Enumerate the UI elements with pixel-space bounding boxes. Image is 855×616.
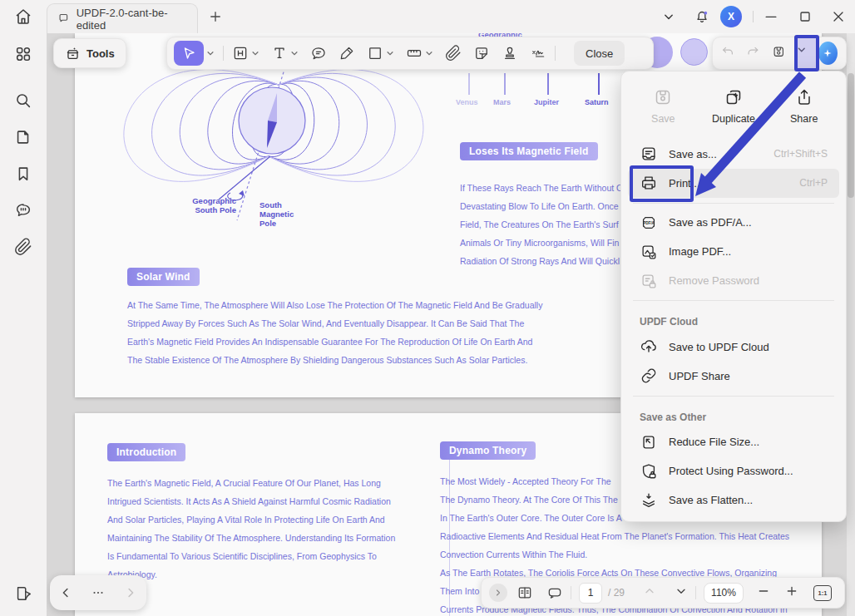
menu-item-save-as[interactable]: Save as... Ctrl+Shift+S: [621, 140, 846, 169]
menu-share-label: Share: [790, 113, 818, 125]
svg-text:PDF/A: PDF/A: [643, 221, 655, 225]
home-button[interactable]: [13, 7, 33, 27]
heading-tool-dropdown[interactable]: [251, 49, 259, 57]
collapse-bar-button[interactable]: [489, 584, 507, 602]
zoom-level-input[interactable]: 110%: [704, 583, 744, 604]
stamp-tool-button[interactable]: [502, 45, 518, 62]
zoom-out-button[interactable]: [757, 584, 770, 601]
text-icon: [271, 45, 288, 62]
select-tool-button[interactable]: [174, 41, 204, 66]
chevron-down-icon: [425, 49, 433, 57]
menu-item-save-as-flatten[interactable]: Save as Flatten...: [621, 485, 846, 515]
bookmarks-panel-button[interactable]: [14, 165, 32, 183]
section-badge-solar-wind: Solar Wind: [127, 268, 200, 286]
search-panel-button[interactable]: [14, 91, 32, 110]
thumbnails-panel-button[interactable]: [14, 45, 32, 63]
menu-item-protect-using-password[interactable]: Protect Using Password...: [621, 456, 846, 485]
close-toolbar-button[interactable]: Close: [574, 41, 625, 66]
zoom-in-button[interactable]: [785, 584, 798, 601]
title-bar: UPDF-2.0-cant-be-edited X: [0, 0, 855, 33]
section-badge-introduction: Introduction: [107, 443, 185, 461]
previous-page-button[interactable]: [58, 585, 73, 600]
signature-tool-button[interactable]: [530, 45, 546, 62]
pages-panel-button[interactable]: [14, 128, 32, 146]
chevron-right-icon: [493, 588, 503, 598]
next-page-chevron[interactable]: [675, 584, 688, 601]
next-page-button[interactable]: [123, 585, 138, 600]
redo-button[interactable]: [746, 45, 759, 62]
titlebar-chevron-button[interactable]: [660, 8, 677, 25]
page-layout-button[interactable]: [516, 584, 533, 601]
page-flip-icon: [14, 584, 32, 603]
maximize-button[interactable]: [797, 8, 813, 25]
pdfa-icon: PDF/A: [640, 214, 658, 232]
new-tab-button[interactable]: [208, 9, 223, 24]
chevron-down-icon: [206, 49, 215, 57]
color-swatch-secondary[interactable]: [680, 38, 708, 66]
highlighter-tool-button[interactable]: [339, 45, 355, 62]
close-window-button[interactable]: [830, 8, 847, 25]
redo-icon: [746, 45, 759, 58]
comments-panel-button[interactable]: [14, 200, 32, 219]
text-tool-dropdown[interactable]: [290, 49, 299, 57]
tools-button[interactable]: Tools: [53, 38, 126, 68]
menu-item-updf-share[interactable]: UPDF Share: [621, 362, 846, 391]
menu-divider: [633, 396, 834, 397]
menu-share-button[interactable]: Share: [769, 80, 839, 133]
minimize-button[interactable]: [763, 8, 779, 25]
marker-pen-icon: [339, 45, 355, 62]
user-avatar[interactable]: X: [720, 6, 742, 27]
shape-tool-dropdown[interactable]: [386, 49, 394, 57]
menu-section-save-as-other: Save as Other: [621, 402, 846, 428]
ai-assistant-button[interactable]: [818, 42, 838, 65]
measure-tool-dropdown[interactable]: [425, 49, 433, 57]
document-tab[interactable]: UPDF-2.0-cant-be-edited: [47, 3, 198, 33]
menu-save-label: Save: [651, 113, 675, 125]
menu-save-button: Save: [628, 80, 699, 133]
sticker-tool-button[interactable]: [473, 45, 490, 62]
page-number-input[interactable]: 1: [579, 583, 602, 604]
previous-page-chevron[interactable]: [643, 584, 656, 601]
menu-item-label: Save to UPDF Cloud: [669, 341, 769, 353]
comment-tool-button[interactable]: [310, 45, 327, 62]
plus-icon: [785, 584, 798, 598]
menu-item-image-pdf[interactable]: Image PDF...: [621, 237, 846, 266]
menu-item-save-as-pdfa[interactable]: PDF/A Save as PDF/A...: [621, 208, 846, 237]
annotation-box-save-dropdown: [794, 35, 819, 71]
cloud-upload-icon: [640, 338, 658, 356]
attachments-panel-button[interactable]: [14, 238, 32, 256]
undo-button[interactable]: [721, 45, 734, 62]
heading-tool-button[interactable]: [232, 45, 249, 62]
text-tool-button[interactable]: [271, 45, 288, 62]
titlebar-divider: [753, 11, 754, 22]
actual-size-label: 1:1: [818, 589, 828, 597]
measure-tool-button[interactable]: [406, 45, 423, 62]
shape-tool-button[interactable]: [367, 45, 383, 62]
ai-sparkle-icon: [821, 47, 834, 60]
home-icon: [13, 7, 33, 27]
save-button[interactable]: [772, 45, 785, 62]
comment-icon: [14, 200, 32, 219]
scrollbar-thumb[interactable]: [848, 73, 854, 198]
select-tool-dropdown[interactable]: [206, 49, 215, 57]
annotation-visibility-button[interactable]: [546, 584, 563, 601]
reader-mode-button[interactable]: [14, 584, 32, 603]
vertical-scrollbar[interactable]: [847, 33, 855, 616]
menu-divider: [633, 300, 834, 301]
chevron-down-icon: [251, 49, 259, 57]
menu-duplicate-button[interactable]: Duplicate: [699, 80, 769, 133]
notifications-button[interactable]: [694, 8, 710, 25]
menu-item-save-to-updf-cloud[interactable]: Save to UPDF Cloud: [621, 333, 846, 362]
more-pages-button[interactable]: [91, 585, 106, 600]
minus-icon: [757, 584, 770, 598]
planet-label-mars: Mars: [493, 98, 511, 106]
tab-title: UPDF-2.0-cant-be-edited: [77, 7, 187, 32]
undo-icon: [721, 45, 734, 58]
attach-file-button[interactable]: [445, 45, 462, 62]
actual-size-button[interactable]: 1:1: [813, 585, 832, 601]
paragraph-solar-wind: At The Same Time, The Atmosphere Will Al…: [127, 296, 568, 369]
menu-item-shortcut: Ctrl+Shift+S: [773, 148, 828, 160]
search-icon: [14, 91, 32, 110]
book-view-icon: [516, 584, 533, 601]
menu-item-reduce-file-size[interactable]: Reduce File Size...: [621, 428, 846, 457]
